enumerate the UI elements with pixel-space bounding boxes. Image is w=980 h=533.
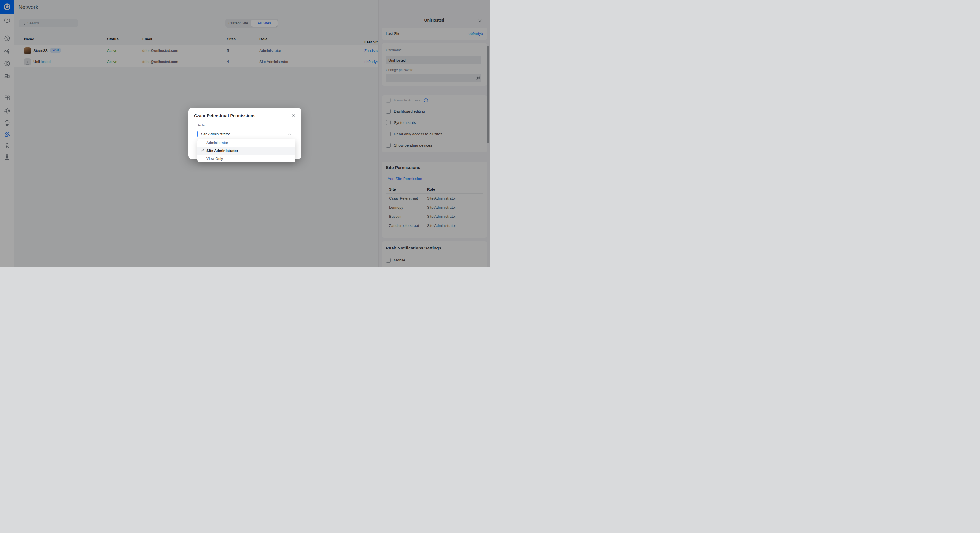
app-window: Z	[0, 0, 490, 266]
close-icon	[291, 113, 296, 118]
role-option-view-only[interactable]: View Only	[197, 154, 296, 162]
modal-title: Czaar Peterstraat Permissions	[194, 113, 256, 118]
chevron-up-icon	[288, 132, 292, 136]
role-select[interactable]: Site Administrator	[197, 130, 296, 138]
role-dropdown: Administrator Site Administrator View On…	[197, 138, 296, 162]
permissions-modal: Czaar Peterstraat Permissions Role Site …	[188, 108, 301, 159]
check-icon	[200, 148, 204, 153]
role-option-site-administrator[interactable]: Site Administrator	[197, 146, 296, 154]
role-select-value: Site Administrator	[201, 132, 230, 136]
modal-close-button[interactable]	[291, 113, 296, 118]
role-label: Role	[198, 124, 205, 127]
role-option-administrator[interactable]: Administrator	[197, 138, 296, 146]
